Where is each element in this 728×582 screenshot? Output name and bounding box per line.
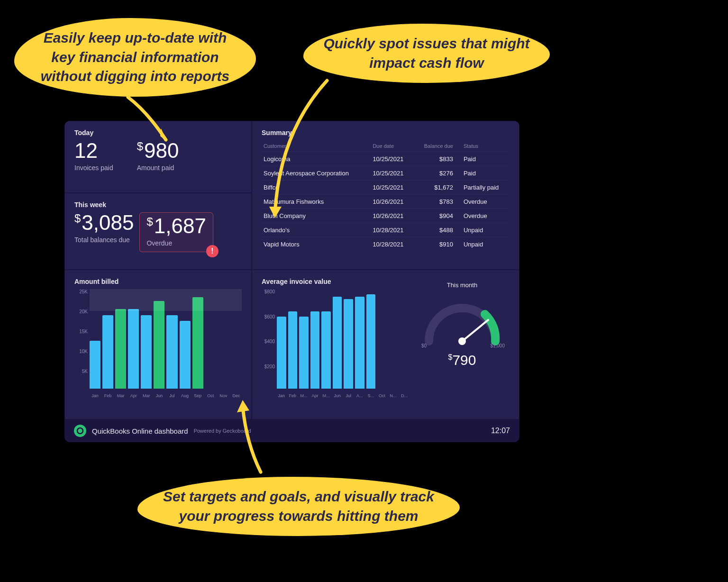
bar bbox=[115, 309, 126, 389]
footer-title: QuickBooks Online dashboard bbox=[92, 427, 188, 435]
gauge-section: This month $0 $1,000 $790 bbox=[415, 278, 510, 411]
bar bbox=[192, 297, 203, 389]
invoices-paid-label: Invoices paid bbox=[74, 164, 113, 172]
cell-balance: $904 bbox=[413, 209, 462, 223]
svg-line-0 bbox=[462, 320, 488, 341]
arrow-to-summary bbox=[261, 76, 337, 227]
panel-this-week: This week $3,085 Total balances due $1,6… bbox=[64, 193, 252, 270]
cell-status: Paid bbox=[462, 152, 510, 166]
bar bbox=[180, 321, 191, 389]
bar bbox=[102, 315, 113, 389]
billed-goal-band bbox=[90, 289, 242, 311]
avginvoice-chart: $800$600$400$200 JanFebM...AprM...JunJul… bbox=[262, 289, 409, 398]
cell-due: 10/28/2021 bbox=[371, 237, 413, 252]
panel-avg-invoice: Average invoice value $800$600$400$200 J… bbox=[252, 270, 519, 419]
balances-due-number: 3,085 bbox=[82, 211, 134, 234]
cell-balance: $910 bbox=[413, 237, 462, 252]
cell-due: 10/25/2021 bbox=[371, 166, 413, 181]
cell-due: 10/28/2021 bbox=[371, 223, 413, 237]
footer-clock: 12:07 bbox=[491, 427, 510, 435]
bar bbox=[333, 297, 342, 389]
cell-due: 10/25/2021 bbox=[371, 152, 413, 166]
overdue-value: $1,687 bbox=[146, 216, 206, 236]
bar bbox=[166, 315, 177, 389]
overdue-label: Overdue bbox=[146, 239, 206, 247]
bar bbox=[344, 299, 353, 389]
avginvoice-title: Average invoice value bbox=[262, 278, 409, 285]
metric-balances-due: $3,085 Total balances due bbox=[74, 212, 134, 244]
gauge: $0 $1,000 bbox=[419, 296, 505, 348]
billed-bars bbox=[74, 289, 242, 389]
metric-overdue: $1,687 Overdue ! bbox=[139, 212, 213, 252]
bar bbox=[141, 315, 152, 389]
bar bbox=[128, 309, 139, 389]
bar bbox=[90, 341, 100, 389]
callout-financial-info: Easily keep up-to-date with key financia… bbox=[14, 18, 256, 97]
gauge-min: $0 bbox=[421, 343, 427, 348]
callout-cash-flow: Quickly spot issues that might impact ca… bbox=[303, 24, 550, 83]
bar bbox=[355, 297, 364, 389]
gauge-value-number: 790 bbox=[452, 352, 476, 368]
arrow-to-charts bbox=[232, 396, 289, 477]
cell-balance: $488 bbox=[413, 223, 462, 237]
overdue-number: 1,687 bbox=[154, 214, 206, 237]
invoices-paid-value: 12 bbox=[74, 140, 113, 161]
balances-due-label: Total balances due bbox=[74, 236, 134, 244]
arrow-to-today bbox=[118, 92, 185, 159]
callout-targets: Set targets and goals, and visually trac… bbox=[137, 477, 460, 536]
cell-status: Partially paid bbox=[462, 181, 510, 195]
cell-customer: Vapid Motors bbox=[262, 237, 371, 252]
bar bbox=[154, 301, 164, 389]
gauge-title: This month bbox=[415, 282, 510, 289]
avg-bars bbox=[262, 289, 409, 389]
balances-due-value: $3,085 bbox=[74, 212, 134, 233]
cell-balance: $276 bbox=[413, 166, 462, 181]
gauge-value: $790 bbox=[415, 352, 510, 368]
table-row: Vapid Motors10/28/2021$910Unpaid bbox=[262, 237, 510, 252]
bar bbox=[366, 294, 376, 389]
dashboard-footer: QuickBooks Online dashboard Powered by G… bbox=[64, 419, 519, 442]
cell-status: Unpaid bbox=[462, 237, 510, 252]
bar bbox=[277, 317, 286, 389]
billed-title: Amount billed bbox=[74, 278, 242, 285]
cell-due: 10/25/2021 bbox=[371, 181, 413, 195]
billed-x-labels: JanFebMarAprMarJunJulAugSepOctNovDec bbox=[74, 393, 242, 398]
panel-amount-billed: Amount billed 25K20K15K10K5K JanFebMarAp… bbox=[64, 270, 252, 419]
bar bbox=[299, 317, 309, 389]
bar bbox=[288, 311, 298, 389]
col-due-date: Due date bbox=[371, 140, 413, 152]
bar bbox=[310, 311, 320, 389]
gauge-max: $1,000 bbox=[490, 343, 505, 348]
col-balance-due: Balance due bbox=[413, 140, 462, 152]
cell-due: 10/26/2021 bbox=[371, 195, 413, 209]
amount-paid-label: Amount paid bbox=[137, 164, 179, 172]
quickbooks-logo-icon bbox=[74, 425, 86, 437]
cell-balance: $833 bbox=[413, 152, 462, 166]
bar bbox=[321, 311, 331, 389]
col-status: Status bbox=[462, 140, 510, 152]
cell-status: Overdue bbox=[462, 195, 510, 209]
cell-balance: $1,672 bbox=[413, 181, 462, 195]
alert-icon: ! bbox=[206, 245, 218, 257]
svg-point-2 bbox=[77, 428, 83, 434]
cell-status: Overdue bbox=[462, 209, 510, 223]
cell-status: Unpaid bbox=[462, 223, 510, 237]
billed-chart: 25K20K15K10K5K JanFebMarAprMarJunJulAugS… bbox=[74, 289, 242, 398]
metric-invoices-paid: 12 Invoices paid bbox=[74, 140, 113, 172]
thisweek-title: This week bbox=[74, 201, 242, 209]
cell-status: Paid bbox=[462, 166, 510, 181]
cell-balance: $783 bbox=[413, 195, 462, 209]
cell-due: 10/26/2021 bbox=[371, 209, 413, 223]
svg-point-1 bbox=[458, 337, 466, 345]
